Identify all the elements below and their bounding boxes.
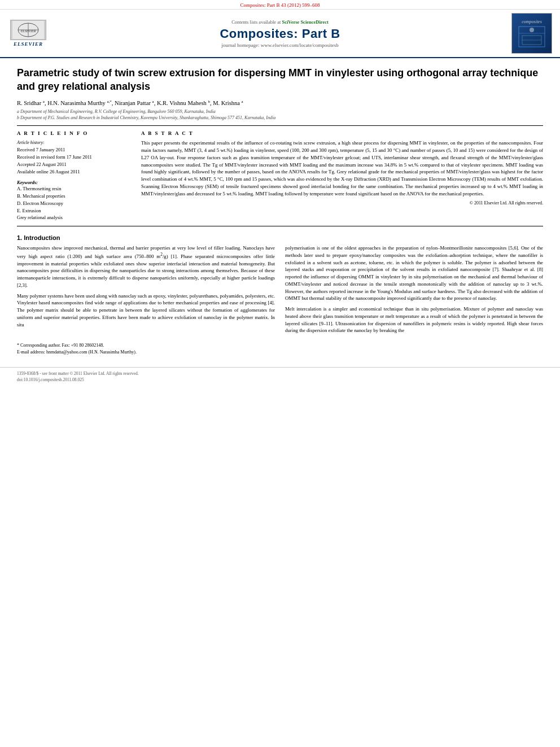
body-left-column: Nanocomposites show improved mechanical,… [17, 244, 275, 338]
affiliation-a: a Department of Mechanical Engineering, … [17, 108, 543, 115]
footer-left: 1359-8368/$ - see front matter © 2011 El… [17, 371, 139, 383]
keyword-3: D. Electron Microscopy [17, 200, 130, 207]
intro-para-2: Many polymer systems have been used alon… [17, 292, 275, 329]
composites-logo: composites [511, 13, 552, 54]
revised-date: Received in revised form 17 June 2011 [17, 154, 130, 161]
main-content: Parametric study of twin screw extrusion… [0, 58, 560, 361]
divider-top [17, 125, 543, 126]
affiliations: a Department of Mechanical Engineering, … [17, 108, 543, 121]
issn-line: 1359-8368/$ - see front matter © 2011 El… [17, 371, 139, 377]
svg-text:ELSEVIER: ELSEVIER [20, 29, 36, 33]
intro-para-3: polymerisation is one of the oldest appr… [285, 244, 543, 302]
keywords-label: Keywords: [17, 180, 130, 185]
elsevier-logo: ELSEVIER ELSEVIER [6, 20, 51, 47]
abstract-text: This paper presents the experimental res… [141, 139, 543, 197]
keyword-4: E. Extrusion [17, 207, 130, 215]
footnote-star-text: * Corresponding author. Fax: +91 80 2860… [17, 342, 543, 349]
history-label: Article history: [17, 139, 130, 146]
elsevier-logo-section: ELSEVIER ELSEVIER [6, 20, 51, 47]
journal-citation: Composites: Part B 43 (2012) 599–608 [240, 2, 320, 8]
copyright-line: © 2011 Elsevier Ltd. All rights reserved… [141, 200, 543, 206]
keyword-1: A. Thermosetting resin [17, 185, 130, 193]
intro-para-4: Melt intercalation is a simpler and econ… [285, 305, 543, 334]
svg-point-7 [530, 28, 534, 32]
sciverse-link[interactable]: SciVerse ScienceDirect [282, 19, 328, 25]
journal-homepage: journal homepage: www.elsevier.com/locat… [51, 42, 509, 48]
body-right-column: polymerisation is one of the oldest appr… [285, 244, 543, 338]
introduction-title: 1. Introduction [17, 234, 543, 241]
section-title-text: Introduction [24, 234, 60, 241]
accepted-date: Accepted 22 August 2011 [17, 161, 130, 168]
footnote-section: * Corresponding author. Fax: +91 80 2860… [17, 342, 543, 356]
abstract-label: A B S T R A C T [141, 130, 543, 136]
email-address: hnmdatta@yahoo.com (H.N. Narasimha Murth… [46, 350, 137, 355]
abstract-column: A B S T R A C T This paper presents the … [141, 130, 543, 221]
doi-line: doi:10.1016/j.compositesb.2011.08.025 [17, 377, 139, 383]
body-columns: Nanocomposites show improved mechanical,… [17, 244, 543, 338]
keywords-list: A. Thermosetting resin B. Mechanical pro… [17, 185, 130, 221]
journal-title: Composites: Part B [51, 27, 509, 41]
composites-logo-section: composites [509, 13, 554, 54]
journal-header-center: Contents lists available at SciVerse Sci… [51, 19, 509, 48]
online-date: Available online 26 August 2011 [17, 168, 130, 176]
affiliation-b: b Department of P.G. Studies and Researc… [17, 115, 543, 121]
journal-header: ELSEVIER ELSEVIER Contents lists availab… [0, 10, 560, 58]
footnote-email: E-mail address: hnmdatta@yahoo.com (H.N.… [17, 349, 543, 356]
section-number: 1. [17, 234, 22, 241]
info-abstract-section: A R T I C L E I N F O Article history: R… [17, 130, 543, 221]
divider-mid [17, 226, 543, 226]
elsevier-graphic: ELSEVIER [10, 20, 46, 40]
page-footer: 1359-8368/$ - see front matter © 2011 El… [0, 367, 560, 386]
article-info-label: A R T I C L E I N F O [17, 130, 130, 136]
introduction-section: 1. Introduction Nanocomposites show impr… [17, 234, 543, 338]
keywords-section: Keywords: A. Thermosetting resin B. Mech… [17, 180, 130, 221]
sciverse-line: Contents lists available at SciVerse Sci… [51, 19, 509, 25]
keyword-2: B. Mechanical properties [17, 193, 130, 200]
article-title: Parametric study of twin screw extrusion… [17, 66, 543, 94]
authors: R. Sridhar a, H.N. Narasimha Murthy a,*,… [17, 100, 243, 106]
article-info-column: A R T I C L E I N F O Article history: R… [17, 130, 130, 221]
keyword-5: Grey relational analysis [17, 214, 130, 221]
sciverse-prefix: Contents lists available at [231, 19, 282, 25]
elsevier-label: ELSEVIER [14, 41, 43, 47]
authors-line: R. Sridhar a, H.N. Narasimha Murthy a,*,… [17, 99, 543, 107]
intro-para-1: Nanocomposites show improved mechanical,… [17, 244, 275, 289]
composites-logo-text: composites [522, 19, 542, 24]
received-date: Received 7 January 2011 [17, 146, 130, 154]
email-label: E-mail address: [17, 350, 45, 355]
article-history: Article history: Received 7 January 2011… [17, 139, 130, 175]
journal-banner: Composites: Part B 43 (2012) 599–608 [0, 0, 560, 10]
